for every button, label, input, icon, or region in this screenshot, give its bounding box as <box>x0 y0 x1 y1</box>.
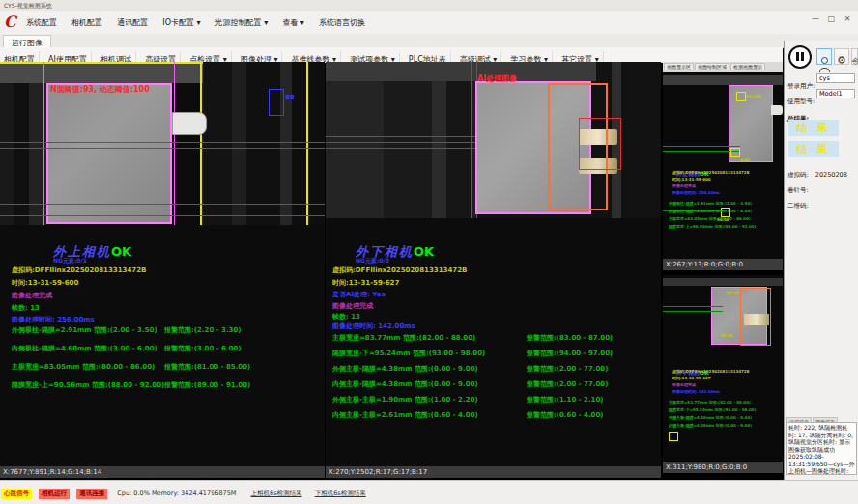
roi-orange-rect <box>740 288 771 346</box>
bottom-camera-view[interactable]: AI处理图像 外下相机OK NG元素:0/0 虚拟码:DFFIlinx20250… <box>326 62 661 466</box>
settings-button[interactable]: ⚙ <box>834 48 849 65</box>
measure-line <box>0 210 325 210</box>
capture-time: 时间:13-31-59-600 <box>12 278 78 288</box>
logout-button[interactable]: ⎆ <box>851 48 858 65</box>
measurement-text: 内侧主极-主极=2.61mm 范围:(0.60 - 4.00) <box>332 410 478 420</box>
left-camera-view[interactable]: N面阈值:93, 动态阈值:100 88 外上相机OK NG元素:0/1 虚拟码… <box>0 62 325 466</box>
mini-serial-code: 虚拟码:DFFIlinx2025020813313472B <box>672 369 750 374</box>
serial-code: 虚拟码:DFFIlinx2025020813313472B <box>332 266 467 275</box>
left-view-statusbar: X:7677;Y:891;R:14;G:14;B:14 <box>0 466 325 478</box>
roi-red-rect <box>579 118 621 170</box>
measure-line <box>0 154 325 154</box>
menu-view[interactable]: 查看 ▾ <box>277 11 309 28</box>
minimize-button[interactable]: — <box>809 14 822 23</box>
person-body-icon <box>819 68 830 72</box>
panel-tab-detect[interactable]: 检测画面显示 <box>730 63 765 70</box>
marker-box <box>669 432 678 441</box>
small-bottom-view[interactable]: 83.77 95.24 外下相机OK 虚拟码:DFFIlinx202502081… <box>663 275 783 462</box>
exit-icon: ⎆ <box>852 56 858 66</box>
measure-line <box>0 148 325 149</box>
menu-camera-config[interactable]: 相机配置 <box>67 11 107 28</box>
ai-image-overlay: AI处理图像 <box>477 73 517 84</box>
serial-code: 虚拟码:DFFIlinx2025020813313472B <box>12 266 146 275</box>
panel-tab-display[interactable]: 画面显示区 <box>664 63 694 70</box>
small-top-statusbar: X:267;Y:13;R:0;G:0;B:0 <box>663 259 783 270</box>
edge-line-right <box>174 62 175 225</box>
menu-bar: C 系统配置 相机配置 通讯配置 IO卡配置 ▾ 光源控制配置 ▾ 查看 ▾ 系… <box>0 11 858 35</box>
measure-line <box>663 151 740 152</box>
process-done: 图像处理完成 <box>332 301 373 311</box>
measurement-text: 隔膜宽度-上=90.56mm 范围:(88.00 - 92.00) <box>12 380 164 390</box>
app-window: CYS-视觉检测系统 C 系统配置 相机配置 通讯配置 IO卡配置 ▾ 光源控制… <box>0 0 858 504</box>
guide-line-top <box>0 62 203 64</box>
person-icon <box>821 57 828 64</box>
edge-line-left <box>43 62 44 225</box>
panel-tab-draw[interactable]: 画面绘制区域 <box>695 63 729 70</box>
tab-strip: 运行图像 <box>0 34 858 48</box>
mini-measurement: 外侧极柱-隔膜=2.91mm 范围:(2.00 - 3.50) <box>669 201 752 206</box>
model-input[interactable] <box>816 89 855 98</box>
measurement-row: 外侧主极-主极=1.90mm 范围:(1.00 - 2.20) 报警范围:(1.… <box>326 395 661 405</box>
marker-label: 83.77 <box>727 291 739 295</box>
menu-language-switch[interactable]: 系统语言切换 <box>314 11 370 28</box>
info-tab-strip: 运行信息视觉信息报警信息 <box>786 409 858 421</box>
machinery-band <box>663 278 783 286</box>
menu-light-config[interactable]: 光源控制配置 ▾ <box>211 11 273 28</box>
gear-icon: ⚙ <box>837 54 846 67</box>
login-user-input[interactable] <box>816 73 855 83</box>
measure-line <box>0 142 325 143</box>
menu-io-config[interactable]: IO卡配置 ▾ <box>157 11 205 28</box>
measurement-row: 主极宽度=83.05mm 范围:(80.00 - 86.00) 报警范围:(81… <box>0 362 325 372</box>
small-bottom-statusbar: X:311;Y:980;R:0;G:0;B:0 <box>663 462 783 473</box>
lower-camera-result-link[interactable]: 下相机6s检测结果 <box>315 490 366 497</box>
result-ok: OK <box>414 244 434 259</box>
menu-system-config[interactable]: 系统配置 <box>21 11 62 28</box>
guide-line-v1 <box>200 62 202 225</box>
blue-marker-label: 88 <box>285 94 295 101</box>
mini-measurement: 主极宽度=83.77mm 范围:(82.00 - 88.00) <box>669 400 751 405</box>
small-top-view[interactable]: 93.100 4.60 90.56 外上相机OK 虚拟码:DFFIlinx202… <box>663 72 783 259</box>
measure-line-v <box>471 62 472 218</box>
comm-indicator: 通讯连接 <box>76 489 107 499</box>
measure-line <box>0 204 325 205</box>
model-row: 使用型号: <box>787 89 857 100</box>
mini-process-done: 图像处理完成 <box>672 183 696 188</box>
measure-line <box>663 311 723 312</box>
pause-button[interactable] <box>788 45 812 69</box>
user-mode-button[interactable] <box>816 48 832 65</box>
process-done: 图像处理完成 <box>12 291 52 300</box>
machinery-band <box>0 62 203 83</box>
measurement-row: 内侧主极-主极=2.61mm 范围:(0.60 - 4.00) 报警范围:(0.… <box>326 410 661 420</box>
result-badge-top: 结 果 <box>788 120 839 136</box>
blue-marker-box <box>269 89 284 116</box>
process-time: 图像处理时间: 142.00ms <box>332 322 415 331</box>
measurement-text: 内侧主极-隔膜=4.38mm 范围:(0.00 - 9.00) <box>332 379 478 389</box>
marker-label: 95.24 <box>721 333 733 338</box>
measurement-alarm: 报警范围:(3.00 - 6.00) <box>164 344 242 353</box>
mini-process-done: 图像处理完成 <box>672 382 696 387</box>
pin-row: 卷针号: <box>787 178 857 189</box>
pause-bar <box>796 52 799 61</box>
close-button[interactable]: ✕ <box>841 14 854 23</box>
machinery-band <box>663 75 783 85</box>
log-textarea[interactable]: 耗时: 222, 纵隔检测耗时: 17, 纵隔分离耗时: 0, 纵隔视觉分区耗时… <box>786 422 857 475</box>
window-title: CYS-视觉检测系统 <box>4 2 52 9</box>
menu-comm-config[interactable]: 通讯配置 <box>112 11 153 28</box>
ng-info: NG元素:0/0 <box>356 257 389 266</box>
mini-measurement: 隔膜宽度-下=95.24mm 范围:(93.00 - 98.00) <box>669 407 756 412</box>
ng-info: NG元素:0/1 <box>53 257 87 266</box>
measurement-row: 内侧极柱-隔膜=4.60mm 范围:(3.00 - 6.00) 报警范围:(3.… <box>0 344 325 353</box>
virtual-code-row: 虚拟码: 20250208 <box>787 162 857 174</box>
maximize-button[interactable]: □ <box>824 14 838 23</box>
measure-line <box>0 215 325 216</box>
upper-camera-result-link[interactable]: 上相机6s检测结果 <box>251 490 302 497</box>
measurement-text: 主极宽度=83.05mm 范围:(80.00 - 86.00) <box>12 362 155 372</box>
measurement-alarm: 报警范围:(81.00 - 85.00) <box>164 362 250 372</box>
right-panel: ⚙ ⎆ 登录用户: 使用型号: 总结果: 结 果 结 果 虚拟码: 202502… <box>784 41 858 480</box>
panel-tab-strip: 画面显示区画面绘制区域检测画面显示 <box>663 62 783 72</box>
measurement-row: 外侧主极-隔膜=4.38mm 范围:(0.00 - 9.00) 报警范围:(2.… <box>326 364 661 374</box>
measurement-alarm: 报警范围:(2.00 - 77.00) <box>527 364 608 374</box>
capture-time: 时间:13-31-59-627 <box>332 278 399 288</box>
marker-label: 4.60 <box>740 157 750 162</box>
mini-serial-code: 虚拟码:DFFIlinx2025020813313472B <box>672 170 750 175</box>
